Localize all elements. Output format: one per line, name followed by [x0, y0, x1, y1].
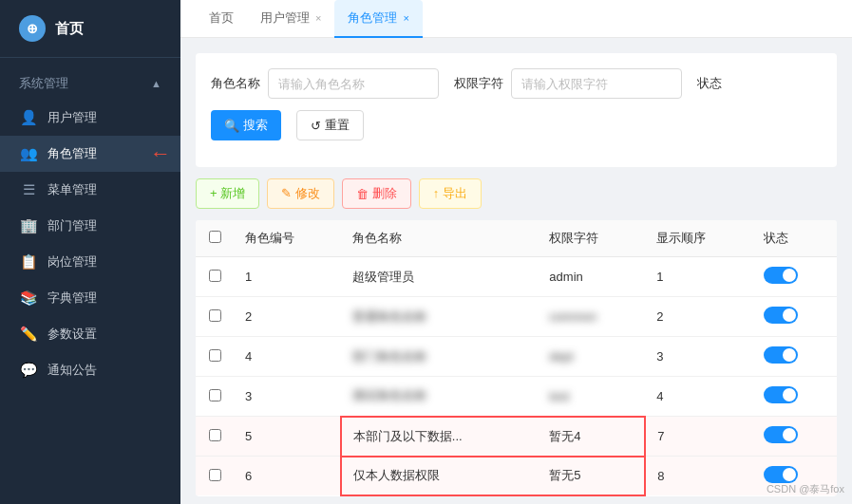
perm-char-label: 权限字符	[454, 75, 503, 92]
status-toggle[interactable]	[764, 426, 798, 443]
sidebar-item-label: 参数设置	[47, 326, 97, 343]
row-name: 超级管理员	[341, 257, 539, 297]
trash-icon: 🗑	[356, 187, 369, 201]
action-row: + 新增 ✎ 修改 🗑 删除 ↑ 导出	[196, 178, 837, 209]
table-row: 6仅本人数据权限暂无58	[196, 457, 837, 496]
user-icon: 👤	[19, 109, 38, 126]
add-button[interactable]: + 新增	[196, 178, 259, 209]
row-name: 测试角色名称	[341, 377, 539, 417]
page-content: 角色名称 权限字符 状态 🔍 搜索 ↺ 重置	[180, 38, 852, 504]
row-checkbox[interactable]	[209, 389, 221, 401]
row-checkbox[interactable]	[209, 469, 221, 481]
sidebar-item-label: 用户管理	[47, 109, 97, 126]
row-checkbox[interactable]	[209, 429, 221, 441]
row-status	[752, 417, 837, 457]
tab-role-mgmt[interactable]: 角色管理 ×	[334, 0, 422, 38]
tab-user-mgmt-label: 用户管理	[260, 0, 310, 37]
status-toggle[interactable]	[764, 466, 798, 483]
col-name: 角色名称	[341, 220, 539, 257]
row-seq: 4	[234, 337, 341, 377]
logo-icon: ⊕	[19, 15, 46, 42]
form-row-1: 角色名称 权限字符 状态	[211, 68, 822, 99]
sidebar-item-label: 字典管理	[47, 289, 97, 307]
status-toggle[interactable]	[764, 386, 798, 403]
main-content: 首页 用户管理 × 角色管理 × 角色名称 权限字符	[180, 0, 852, 504]
row-order: 2	[645, 297, 752, 337]
sidebar-item-label: 菜单管理	[47, 181, 97, 198]
delete-button[interactable]: 🗑 删除	[342, 178, 411, 209]
sidebar: ⊕ 首页 系统管理 ▲ 👤 用户管理 👥 角色管理 ← ☰ 菜单管理 🏢 部门管…	[0, 0, 180, 504]
tab-home-label: 首页	[209, 0, 234, 37]
watermark: CSDN @泰马fox	[767, 482, 844, 496]
row-name: 仅本人数据权限	[341, 457, 539, 496]
sidebar-section-header[interactable]: 系统管理 ▲	[0, 67, 180, 100]
col-checkbox	[196, 220, 234, 257]
row-seq: 6	[234, 457, 341, 496]
row-checkbox-cell	[196, 297, 234, 337]
row-name: 部门角色名称	[341, 337, 539, 377]
status-toggle[interactable]	[764, 346, 798, 364]
status-label: 状态	[697, 75, 722, 92]
row-order: 8	[645, 457, 752, 496]
dict-icon: 📚	[19, 289, 38, 307]
row-checkbox[interactable]	[209, 270, 221, 282]
edit-button[interactable]: ✎ 修改	[267, 178, 334, 209]
row-order: 7	[645, 417, 752, 457]
table-row: 2普通角色名称common2	[196, 297, 837, 337]
status-toggle[interactable]	[764, 267, 798, 284]
reset-icon: ↺	[311, 119, 321, 133]
sidebar-item-user-mgmt[interactable]: 👤 用户管理	[0, 100, 180, 136]
sidebar-item-role-mgmt[interactable]: 👥 角色管理 ←	[0, 136, 180, 172]
row-name: 普通角色名称	[341, 297, 539, 337]
col-order: 显示顺序	[645, 220, 752, 257]
sidebar-item-dept-mgmt[interactable]: 🏢 部门管理	[0, 208, 180, 244]
table-row: 4部门角色名称dept3	[196, 337, 837, 377]
row-order: 1	[645, 257, 752, 297]
tab-user-mgmt[interactable]: 用户管理 ×	[247, 0, 334, 38]
tab-home[interactable]: 首页	[196, 0, 247, 38]
sidebar-item-label: 岗位管理	[47, 253, 97, 271]
reset-button[interactable]: ↺ 重置	[296, 110, 364, 140]
tab-user-mgmt-close[interactable]: ×	[315, 0, 321, 37]
row-checkbox[interactable]	[209, 349, 221, 362]
row-seq: 2	[234, 297, 341, 337]
row-status	[752, 377, 837, 417]
row-status	[752, 257, 837, 297]
role-table: 角色编号 角色名称 权限字符 显示顺序 状态 1超级管理员admin12普通角色…	[196, 220, 837, 496]
sidebar-item-menu-mgmt[interactable]: ☰ 菜单管理	[0, 172, 180, 208]
tab-role-mgmt-label: 角色管理	[348, 0, 397, 37]
role-icon: 👥	[19, 145, 38, 162]
row-perm: admin	[538, 257, 645, 297]
notice-icon: 💬	[19, 362, 38, 379]
row-perm: dept	[538, 337, 645, 377]
status-toggle[interactable]	[764, 307, 798, 324]
sidebar-item-post-mgmt[interactable]: 📋 岗位管理	[0, 244, 180, 280]
table-row: 5本部门及以下数据...暂无47	[196, 417, 837, 457]
perm-char-input[interactable]	[511, 68, 682, 99]
search-icon: 🔍	[224, 119, 239, 133]
sidebar-item-param-settings[interactable]: ✏️ 参数设置	[0, 316, 180, 352]
status-field: 状态	[697, 75, 722, 92]
row-checkbox-cell	[196, 457, 234, 496]
search-form: 角色名称 权限字符 状态 🔍 搜索 ↺ 重置	[196, 53, 837, 167]
tab-role-mgmt-close[interactable]: ×	[403, 0, 408, 37]
role-name-label: 角色名称	[211, 75, 260, 92]
sidebar-logo[interactable]: ⊕ 首页	[0, 0, 180, 58]
row-order: 4	[645, 377, 752, 417]
sidebar-item-notice[interactable]: 💬 通知公告	[0, 352, 180, 388]
sidebar-item-dict-mgmt[interactable]: 📚 字典管理	[0, 280, 180, 316]
row-perm: 暂无5	[538, 457, 645, 496]
export-button[interactable]: ↑ 导出	[419, 178, 482, 209]
row-checkbox[interactable]	[209, 309, 221, 322]
post-icon: 📋	[19, 253, 38, 271]
select-all-checkbox[interactable]	[209, 231, 221, 243]
row-seq: 3	[234, 377, 341, 417]
sidebar-item-label: 通知公告	[47, 362, 97, 379]
row-perm: 暂无4	[538, 417, 645, 457]
row-seq: 1	[234, 257, 341, 297]
role-name-input[interactable]	[268, 68, 439, 99]
search-button[interactable]: 🔍 搜索	[211, 110, 281, 140]
chevron-up-icon: ▲	[151, 78, 161, 89]
red-arrow-icon: ←	[150, 141, 171, 166]
row-checkbox-cell	[196, 337, 234, 377]
